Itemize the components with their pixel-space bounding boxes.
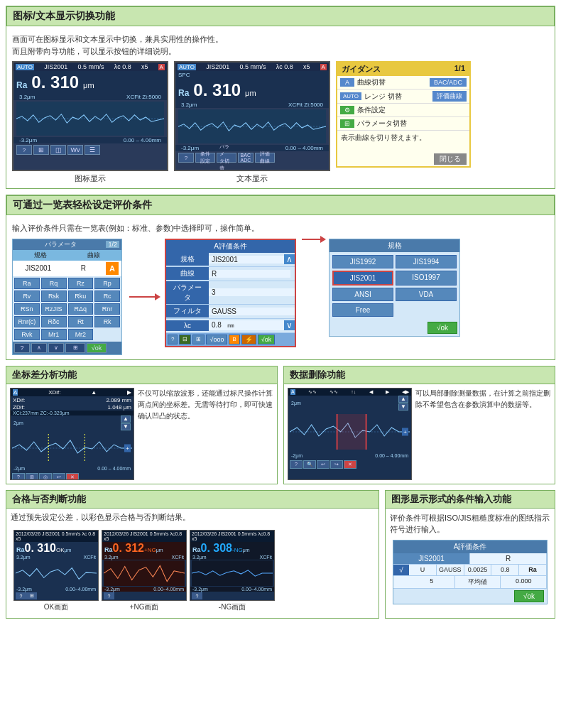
spec-ansi[interactable]: ANSI [332, 288, 393, 301]
screen1-ra-value: 0. 310 [27, 72, 83, 92]
eval-conditions-panel: A評価条件 規格 JIS2001 ∧ 曲線 R パラメータ 3 [165, 239, 296, 347]
ok-xrange: -3.2μm 0.00–4.00mm [14, 587, 98, 592]
ng-minus-toolbar: ? [190, 592, 274, 600]
spec-jis1992[interactable]: JIS1992 [332, 255, 393, 268]
spec-ok-btn[interactable]: √ok [427, 322, 457, 334]
spec-jis2001[interactable]: JIS2001 [332, 271, 393, 286]
screen2-param-btn[interactable]: パラメタ切替 [217, 153, 236, 163]
spec-vda[interactable]: VDA [396, 288, 457, 301]
ng-plus-scale: 3.2μm XCFit [102, 555, 186, 560]
spec-free[interactable]: Free [332, 303, 393, 317]
zdif-data: ZDif: 1.048 μm [11, 404, 134, 411]
coord-dn-btn[interactable]: ▼ [121, 423, 131, 430]
coord-btn4[interactable]: ✕ [66, 473, 79, 480]
param-btn-rsk[interactable]: Rsk [41, 290, 67, 302]
screen2-cond-btn[interactable]: 条件設定 [195, 153, 215, 163]
ng-plus-btn1[interactable]: ? [104, 592, 114, 599]
screen1-topbar: AUTO JIS2001 0.5 mm/s λc 0.8 x5 A [13, 63, 167, 71]
eval-calc-btn[interactable]: ⊞ [192, 335, 205, 344]
param-btn-rsn[interactable]: RSn [14, 303, 40, 315]
coord-help[interactable]: ? [12, 473, 25, 480]
param-btn-rzjis[interactable]: RzJIS [41, 303, 67, 315]
param-btn-rdeltac[interactable]: Rδc [41, 316, 67, 327]
param-btn-rnrc[interactable]: Rnr(c) [14, 316, 40, 327]
eval-ok-btn[interactable]: √ok [258, 335, 275, 344]
param-btn-rdeltaq[interactable]: RΔq [68, 303, 94, 315]
section4-inner: A ∿∿ ∿∿ ↑↓ ◀ ▶ ◀▶ 2μm ▲ ▼ [284, 384, 555, 484]
delete-help[interactable]: ? [290, 460, 303, 469]
param-btn-rt[interactable]: Rt [68, 316, 94, 327]
param-btn-rc[interactable]: Rc [94, 290, 120, 302]
ng-plus-svg [104, 560, 185, 586]
eval-row-lc: λc 0.8 ㎜ ∨ [166, 319, 295, 333]
param-btn-rvk[interactable]: Rvk [14, 329, 40, 340]
guidance-close-btn[interactable]: 閉じる [434, 153, 467, 165]
delete-rotate[interactable]: ↩ [317, 460, 329, 469]
ok-graph-svg [16, 560, 97, 586]
param-down-btn[interactable]: ∨ [48, 343, 64, 353]
screen1-icon2[interactable]: ◫ [50, 145, 66, 155]
param-calc-btn[interactable]: ⊞ [65, 343, 85, 353]
param-btn-rq[interactable]: Rq [41, 278, 67, 289]
delete-xrange: -2μm 0.00 – 4.00mm [288, 453, 411, 458]
figure-ok-btn[interactable]: √ok [514, 590, 544, 602]
param-btn-rv[interactable]: Rv [14, 290, 40, 302]
arrow-line [129, 296, 158, 298]
ng-plus-graph [104, 560, 185, 586]
spec-iso1997[interactable]: ISO1997 [396, 271, 457, 286]
ng-minus-container: 2012/03/26 JIS2001 0.5mm/s λc0.8 x5 Ra 0… [190, 530, 275, 612]
param-btn-rp[interactable]: Rp [94, 278, 120, 289]
spec-jis1994[interactable]: JIS1994 [396, 255, 457, 268]
section5-header: 合格与否判断功能 [6, 491, 378, 509]
guidance-row-3: ⚙ 条件設定 [337, 104, 469, 117]
eval-save-btn[interactable]: ⊟ [179, 335, 191, 344]
eval-speed-icon[interactable]: ⚡ [241, 335, 256, 344]
delete-dn-btn[interactable]: ▼ [398, 403, 408, 411]
ok-screen-container: 2012/03/26 JIS2001 0.5mm/s λc 0.8 x5 Ra … [13, 530, 99, 612]
arrow-head2 [320, 236, 326, 243]
ng-plus-ra-row: Ra 0. 312 +NG μm [102, 542, 186, 555]
param-btn-rku[interactable]: Rku [68, 290, 94, 302]
param-btn-ra[interactable]: Ra [14, 278, 40, 289]
coord-up-btn[interactable]: ▲ [121, 415, 131, 423]
screen1-icon1[interactable]: ⊞ [33, 145, 49, 155]
ok-btn2[interactable]: ⊞ [26, 592, 37, 599]
delete-up-btn[interactable]: ▲ [398, 396, 408, 403]
ng-minus-btn1[interactable]: ? [192, 592, 202, 599]
screen2-bac-btn[interactable]: BACADC [238, 153, 254, 163]
section3-header: 坐标差分析功能 [6, 366, 277, 384]
coord-data: XDif: 2.089 mm [11, 396, 134, 404]
param-help-btn[interactable]: ? [14, 343, 30, 353]
eval-speed-btn[interactable]: √ooo [206, 335, 227, 344]
delete-graph: + [290, 411, 410, 453]
param-ok-btn[interactable]: √ok [87, 343, 107, 353]
delete-undo[interactable]: ↪ [330, 460, 343, 469]
delete-close[interactable]: ✕ [344, 460, 356, 469]
guidance-icon-A: A [340, 78, 354, 87]
ng-minus-ra-row: Ra 0. 308 -NG μm [190, 542, 274, 555]
param-btn-rnr[interactable]: Rnr [94, 303, 120, 315]
screen2-help-btn[interactable]: ? [178, 153, 194, 163]
coord-btn2[interactable]: ◎ [39, 473, 52, 480]
param-btn-mr1[interactable]: Mr1 [41, 329, 67, 340]
screen2-eval-btn[interactable]: 評価曲線 [255, 153, 275, 163]
param-btn-mr2[interactable]: Mr2 [68, 329, 94, 340]
param-btn-grid: Ra Rq Rz Rp Rv Rsk Rku Rc RSn RzJIS RΔq … [13, 276, 121, 342]
param-table-top: パラメータ 1/2 [13, 239, 121, 250]
screen1-icon4[interactable]: ☰ [85, 145, 100, 155]
coord-btn1[interactable]: ⊞ [26, 473, 38, 480]
screen1-icon3[interactable]: Wv [67, 145, 83, 155]
bottom-sections: 合格与否判断功能 通过预先设定公差，以彩色显示合格与否判断结果。 2012/03… [6, 490, 555, 619]
coord-btn3[interactable]: ↩ [53, 473, 65, 480]
screen1-help-btn[interactable]: ? [16, 145, 32, 155]
param-up-btn[interactable]: ∧ [31, 343, 47, 353]
ok-btn1[interactable]: ? [16, 592, 26, 599]
eval-help-btn[interactable]: ? [168, 335, 178, 344]
param-btn-rk[interactable]: Rk [94, 316, 120, 327]
delete-plus-btn[interactable]: + [402, 428, 408, 435]
param-btn-rz[interactable]: Rz [68, 278, 94, 289]
coord-plus-btn[interactable]: + [124, 444, 131, 452]
eval-b-badge[interactable]: B [229, 335, 239, 344]
section5-desc: 通过预先设定公差，以彩色显示合格与否判断结果。 [11, 511, 374, 523]
delete-zoom[interactable]: 🔍 [303, 460, 316, 469]
